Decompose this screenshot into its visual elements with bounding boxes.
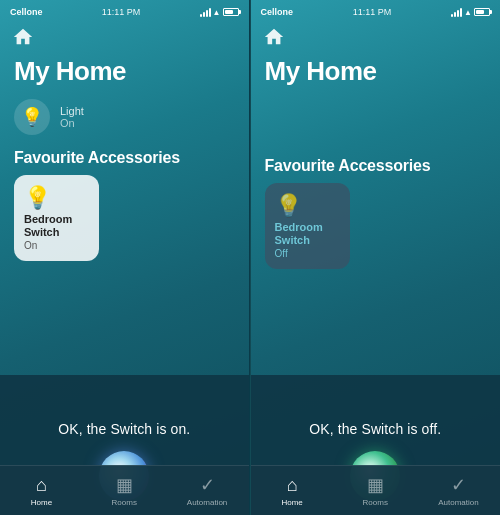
house-icon-left bbox=[12, 26, 34, 48]
tab-rooms-label-right: Rooms bbox=[363, 498, 388, 507]
tab-rooms-left[interactable]: ▦ Rooms bbox=[83, 474, 166, 507]
light-info-left: Light On bbox=[60, 105, 84, 129]
automation-tab-icon-right: ✓ bbox=[451, 474, 466, 496]
automation-tab-icon-left: ✓ bbox=[200, 474, 215, 496]
wifi-icon-left: ▲ bbox=[213, 8, 221, 17]
tab-home-left[interactable]: ⌂ Home bbox=[0, 475, 83, 507]
tab-bar-left: ⌂ Home ▦ Rooms ✓ Automation bbox=[0, 465, 249, 515]
tab-automation-label-left: Automation bbox=[187, 498, 227, 507]
tile-bulb-icon-right: 💡 bbox=[275, 193, 340, 219]
home-tab-icon-left: ⌂ bbox=[36, 475, 47, 496]
tab-rooms-label-left: Rooms bbox=[112, 498, 137, 507]
tab-home-label-left: Home bbox=[31, 498, 52, 507]
rooms-tab-icon-left: ▦ bbox=[116, 474, 133, 496]
tile-bulb-icon-left: 💡 bbox=[24, 185, 89, 211]
tab-home-label-right: Home bbox=[281, 498, 302, 507]
section-title-right: Favourite Accessories bbox=[251, 147, 501, 183]
tab-automation-right[interactable]: ✓ Automation bbox=[417, 474, 500, 507]
page-title-left: My Home bbox=[0, 54, 249, 95]
tab-automation-left[interactable]: ✓ Automation bbox=[166, 474, 249, 507]
bulb-emoji-left: 💡 bbox=[21, 106, 43, 128]
battery-icon-left bbox=[223, 8, 239, 16]
bedroom-switch-tile-right[interactable]: 💡 Bedroom Switch Off bbox=[265, 183, 350, 269]
bedroom-switch-tile-left[interactable]: 💡 Bedroom Switch On bbox=[14, 175, 99, 261]
status-indicators-right: ▲ bbox=[451, 7, 490, 17]
carrier-left: Cellone bbox=[10, 7, 43, 17]
tile-status-right: Off bbox=[275, 248, 340, 259]
light-accessory-left[interactable]: 💡 Light On bbox=[0, 95, 249, 139]
tile-label-left: Bedroom Switch bbox=[24, 213, 89, 239]
signal-icon-right bbox=[451, 7, 462, 17]
rooms-tab-icon-right: ▦ bbox=[367, 474, 384, 496]
time-right: 11:11 PM bbox=[353, 7, 392, 17]
light-status-left: On bbox=[60, 117, 84, 129]
tile-info-right: Bedroom Switch Off bbox=[275, 221, 340, 259]
tile-info-left: Bedroom Switch On bbox=[24, 213, 89, 251]
time-left: 11:11 PM bbox=[102, 7, 141, 17]
home-nav-icon-right[interactable] bbox=[251, 22, 501, 54]
light-bulb-icon-left: 💡 bbox=[14, 99, 50, 135]
home-tab-icon-right: ⌂ bbox=[287, 475, 298, 496]
siri-text-left: OK, the Switch is on. bbox=[58, 421, 190, 437]
page-title-right: My Home bbox=[251, 54, 501, 95]
siri-text-right: OK, the Switch is off. bbox=[309, 421, 441, 437]
light-label-left: Light bbox=[60, 105, 84, 117]
status-bar-right: Cellone 11:11 PM ▲ bbox=[251, 0, 501, 22]
tile-status-left: On bbox=[24, 240, 89, 251]
carrier-right: Cellone bbox=[261, 7, 294, 17]
left-phone-screen: Cellone 11:11 PM ▲ My Home 💡 Light On Fa… bbox=[0, 0, 250, 515]
tab-rooms-right[interactable]: ▦ Rooms bbox=[334, 474, 417, 507]
wifi-icon-right: ▲ bbox=[464, 8, 472, 17]
tab-bar-right: ⌂ Home ▦ Rooms ✓ Automation bbox=[251, 465, 501, 515]
house-icon-right bbox=[263, 26, 285, 48]
battery-icon-right bbox=[474, 8, 490, 16]
tab-home-right[interactable]: ⌂ Home bbox=[251, 475, 334, 507]
status-bar-left: Cellone 11:11 PM ▲ bbox=[0, 0, 249, 22]
tile-label-right: Bedroom Switch bbox=[275, 221, 340, 247]
signal-icon-left bbox=[200, 7, 211, 17]
home-nav-icon-left[interactable] bbox=[0, 22, 249, 54]
status-indicators-left: ▲ bbox=[200, 7, 239, 17]
tab-automation-label-right: Automation bbox=[438, 498, 478, 507]
section-title-left: Favourite Accessories bbox=[0, 139, 249, 175]
right-phone-screen: Cellone 11:11 PM ▲ My Home Favourite Acc… bbox=[251, 0, 501, 515]
